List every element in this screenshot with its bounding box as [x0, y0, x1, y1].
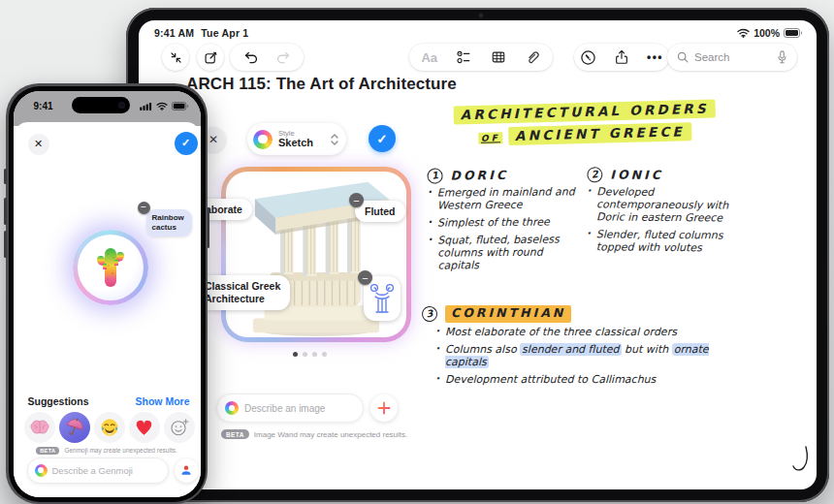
mute-switch — [4, 169, 7, 184]
chevron-up-down-icon — [331, 133, 338, 146]
close-icon: ✕ — [208, 133, 218, 146]
corinthian-section: 3CORINTHIAN Most elaborate of the three … — [422, 305, 752, 392]
mic-icon[interactable] — [777, 50, 787, 64]
wifi-icon — [156, 102, 168, 110]
undo-button[interactable] — [241, 47, 258, 67]
add-image-button[interactable] — [370, 394, 398, 422]
redo-icon — [276, 49, 292, 65]
corinthian-b2-pre: Columns also — [445, 343, 520, 356]
undo-redo-group — [230, 44, 304, 71]
ipad-screen: 9:41 AMTue Apr 1 100% Aa — [139, 20, 817, 489]
compose-button[interactable] — [197, 44, 224, 71]
style-picker[interactable]: Style Sketch — [247, 123, 346, 155]
share-button[interactable] — [614, 47, 629, 67]
power-button — [208, 207, 210, 248]
ipad-device: 9:41 AMTue Apr 1 100% Aa — [126, 8, 829, 502]
genmoji-preview — [78, 235, 144, 300]
chip-classical-line1: Classical Greek — [205, 280, 280, 293]
image-wand-beta-note: BETA Image Wand may create unexpected re… — [221, 429, 407, 439]
column-sketch-icon — [368, 280, 397, 317]
ionic-bullet: Slender, fluted columns topped with volu… — [587, 229, 752, 255]
prompt-chip-remove-button[interactable]: − — [138, 202, 150, 214]
corinthian-bullet: Development attributed to Callimachus — [435, 374, 746, 387]
chip-classical-line2: Architecture — [205, 293, 280, 305]
battery-percent: 100% — [754, 27, 780, 39]
ionic-section: 2IONIC Developed contemporaneously with … — [587, 167, 753, 260]
umbrella-genmoji[interactable] — [59, 412, 90, 443]
checklist-button[interactable] — [456, 47, 473, 67]
doric-bullet: Emerged in mainland and Western Greece — [428, 186, 575, 212]
search-icon — [677, 51, 689, 63]
doric-title: DORIC — [451, 169, 509, 183]
add-emoji[interactable] — [164, 412, 195, 443]
table-icon — [491, 49, 506, 65]
heart-emoji[interactable] — [129, 412, 160, 443]
more-button[interactable]: ••• — [647, 47, 663, 67]
chip-fluted-label: Fluted — [365, 205, 396, 217]
search-field[interactable]: Search — [667, 44, 797, 71]
ipad-date: Tue Apr 1 — [201, 27, 248, 39]
brain-emoji[interactable] — [24, 412, 55, 443]
laughing-crying-emoji[interactable] — [94, 412, 125, 443]
battery-icon — [172, 102, 189, 110]
ipad-status-bar: 9:41 AMTue Apr 1 — [154, 27, 248, 39]
handwriting-flourish — [790, 445, 812, 474]
chip-classical-greek-architecture[interactable]: Classical Greek Architecture — [195, 275, 290, 310]
genmoji-beta-note: BETA Genmoji may create unexpected resul… — [14, 447, 201, 455]
beta-text: Image Wand may create unexpected results… — [254, 430, 407, 439]
share-icon — [614, 49, 629, 65]
iphone-status-icons — [140, 102, 189, 110]
describe-genmoji-placeholder: Describe a Genmoji — [52, 465, 133, 476]
image-wand-confirm-button[interactable]: ✓ — [369, 125, 396, 152]
volume-down-button — [4, 231, 7, 258]
doric-bullet: Squat, fluted, baseless columns with rou… — [428, 234, 575, 272]
attachment-button[interactable] — [525, 47, 542, 67]
describe-genmoji-input[interactable]: Describe a Genmoji — [27, 457, 169, 484]
doric-number: 1 — [426, 168, 443, 185]
search-placeholder: Search — [694, 51, 771, 63]
checklist-icon — [456, 49, 471, 65]
markup-button[interactable] — [580, 47, 596, 67]
collapse-button[interactable] — [162, 44, 189, 71]
apple-intelligence-icon — [225, 401, 239, 415]
pencil-markup-icon — [580, 49, 596, 66]
ipad-camera — [478, 13, 484, 18]
ipad-clock: 9:41 AM — [154, 27, 194, 39]
doric-bullet: Simplest of the three — [428, 216, 575, 230]
personalize-button[interactable] — [175, 458, 199, 483]
suggestions-label: Suggestions — [28, 395, 89, 407]
describe-image-placeholder: Describe an image — [244, 403, 325, 414]
suggestion-emoji-row — [24, 412, 195, 443]
doric-section: 1DORIC Emerged in mainland and Western G… — [428, 167, 576, 277]
genmoji-close-button[interactable]: ✕ — [28, 134, 49, 155]
iphone-clock: 9:41 — [34, 101, 53, 111]
table-button[interactable] — [490, 47, 507, 67]
close-icon: ✕ — [34, 138, 43, 150]
iphone-screen: 9:41 ✕ ✓ − Rainbow cactus — [14, 91, 201, 497]
undo-icon — [242, 49, 258, 65]
heading-of: OF — [479, 132, 503, 144]
corinthian-title: CORINTHIAN — [445, 305, 571, 323]
beta-badge: BETA — [36, 447, 59, 455]
genmoji-preview-bubble[interactable] — [73, 230, 148, 305]
show-more-link[interactable]: Show More — [135, 395, 189, 407]
corinthian-b2-mid: but with — [622, 343, 672, 356]
cellular-icon — [140, 102, 152, 110]
redo-button[interactable] — [275, 47, 292, 67]
paperclip-icon — [525, 49, 540, 65]
prompt-chip-line1: Rainbow — [152, 213, 186, 223]
describe-image-input[interactable]: Describe an image — [216, 394, 364, 423]
genmoji-confirm-button[interactable]: ✓ — [175, 132, 198, 155]
actions-toolbar: ••• — [574, 44, 669, 71]
style-swirl-icon — [253, 130, 273, 149]
chip-fluted-remove-button[interactable]: − — [349, 193, 364, 207]
sketch-chip-remove-button[interactable]: − — [358, 270, 372, 285]
heading-line1: ARCHITECTURAL ORDERS — [453, 99, 716, 124]
ionic-title: IONIC — [610, 168, 663, 182]
prompt-chip-line2: cactus — [152, 223, 186, 233]
person-icon — [179, 463, 193, 477]
corinthian-title-text: CORINTHIAN — [451, 305, 565, 320]
text-format-button[interactable]: Aa — [421, 47, 438, 67]
image-pagination-dots[interactable] — [293, 352, 327, 357]
prompt-chip-rainbow-cactus[interactable]: Rainbow cactus — [146, 209, 192, 236]
